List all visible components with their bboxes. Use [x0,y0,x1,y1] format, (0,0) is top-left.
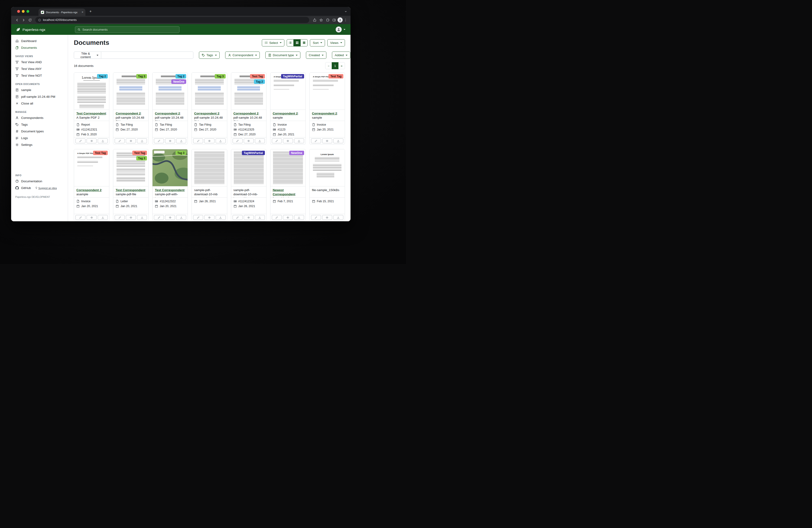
views-button[interactable]: Views [327,39,345,46]
title-content-dropdown[interactable]: Title & content [74,52,101,59]
download-document-button[interactable] [137,215,147,220]
search-input[interactable] [83,28,177,31]
document-thumbnail[interactable]: TagWithPartial [231,149,266,186]
correspondent-link[interactable]: Correspondent 2 [76,188,101,192]
document-name-link[interactable]: A Sample PDF 2 [76,116,100,119]
document-name-link[interactable]: sample [273,116,283,119]
document-name-link[interactable]: pdf-sample 10.24.48 PM [233,116,262,121]
preview-document-button[interactable] [126,215,136,220]
global-search[interactable] [75,26,179,33]
correspondent-link[interactable]: Correspondent 2 [233,112,259,115]
preview-document-button[interactable] [204,215,214,220]
document-thumbnail[interactable] [192,149,227,186]
added-filter-button[interactable]: Added [332,52,350,59]
correspondent-link[interactable]: Correspondent 2 [273,112,298,115]
sidebar-item-tags[interactable]: Tags [11,121,68,128]
preview-document-button[interactable] [165,138,175,143]
preview-document-button[interactable] [126,138,136,143]
download-document-button[interactable] [176,138,186,143]
correspondent-link[interactable]: Test Correspondent [76,112,106,115]
edit-document-button[interactable] [193,215,203,220]
edit-document-button[interactable] [311,215,321,220]
download-document-button[interactable] [176,215,186,220]
tag-chip[interactable]: Test Tag [132,151,147,155]
site-info-icon[interactable] [38,18,41,22]
browser-tab[interactable]: Documents - Paperless-ngx ✕ [39,9,85,16]
edit-document-button[interactable] [233,138,243,143]
document-thumbnail[interactable]: Lorem ipsum [310,149,345,186]
preview-document-button[interactable] [283,138,293,143]
correspondent-link[interactable]: Correspondent 2 [155,112,180,115]
sidebar-item-correspondents[interactable]: Correspondents [11,114,68,121]
download-document-button[interactable] [98,138,108,143]
sidebar-item-document-types[interactable]: Document types [11,128,68,135]
document-thumbnail[interactable]: A Simple PDF File [271,73,305,110]
share-icon[interactable] [311,17,318,23]
detail-view-button[interactable] [301,39,308,46]
reload-button[interactable] [27,17,33,23]
document-name-link[interactable]: pdf-sample 10.24.48 PM [155,116,184,121]
download-document-button[interactable] [333,215,343,220]
document-thumbnail[interactable]: Test Tag Tag 3 [113,149,148,186]
tag-chip[interactable]: Tag 2 [175,74,186,79]
sidebar-item-github[interactable]: GitHub Suggest an idea [11,185,68,191]
minimize-window-button[interactable] [22,10,25,13]
tab-search-chevron-icon[interactable] [344,7,347,16]
browser-profile-avatar[interactable] [337,17,343,23]
sidebar-item-logs[interactable]: Logs [11,135,68,141]
preview-document-button[interactable] [244,215,254,220]
forward-button[interactable] [20,17,27,23]
document-type-filter-button[interactable]: Document type [265,52,300,59]
next-page-button[interactable]: » [338,62,345,69]
correspondent-link[interactable]: Correspondent 2 [312,112,337,115]
tag-chip[interactable]: NewOne [171,80,186,84]
user-avatar[interactable] [336,27,342,32]
download-document-button[interactable] [294,215,304,220]
download-document-button[interactable] [255,138,265,143]
edit-document-button[interactable] [272,138,282,143]
document-name-link[interactable]: pdf-sample 10.24.48 PM [194,116,222,121]
download-document-button[interactable] [255,215,265,220]
preview-document-button[interactable] [87,138,97,143]
download-document-button[interactable] [98,215,108,220]
document-name-link[interactable]: sample-pdf-download-10-mb copy_red [194,188,218,198]
tag-chip[interactable]: Tag 3 [175,151,186,155]
edit-document-button[interactable] [154,215,164,220]
document-name-link[interactable]: asample [76,192,88,196]
back-button[interactable] [14,17,20,23]
edit-document-button[interactable] [193,138,203,143]
select-button[interactable]: Select [262,39,285,46]
app-brand[interactable]: Paperless-ngx [11,27,68,32]
tag-chip[interactable]: Tag 3 [136,156,147,160]
page-1-button[interactable]: 1 [332,62,338,69]
grid-view-button[interactable] [294,39,301,46]
document-thumbnail[interactable]: A Simple PDF File [74,149,109,186]
bookmark-star-icon[interactable] [318,17,324,23]
extensions-puzzle-icon[interactable] [324,17,331,23]
edit-document-button[interactable] [233,215,243,220]
document-thumbnail[interactable]: Tag 3 [153,149,188,186]
document-thumbnail[interactable]: Lorem Ipsum [74,73,109,110]
document-name-link[interactable]: sample [312,116,322,119]
tag-chip[interactable]: TagWithPartial [242,151,265,155]
document-name-link[interactable]: file-sample_150kBs [312,188,339,192]
sidebar-item-close-all[interactable]: ✕ Close all [11,100,68,107]
suggest-idea-link[interactable]: Suggest an idea [35,187,57,189]
sort-button[interactable]: Sort [310,39,325,46]
user-menu[interactable] [336,27,350,32]
tag-chip[interactable]: Test Tag [250,74,265,79]
preview-document-button[interactable] [204,138,214,143]
edit-document-button[interactable] [75,138,85,143]
tag-chip[interactable]: TagWithPartial [281,74,304,79]
tag-chip[interactable]: Tag 2 [254,80,265,84]
sidebar-item-open-doc-sample[interactable]: sample [11,87,68,93]
side-panel-icon[interactable] [331,17,337,23]
tag-chip[interactable]: Test Tag [329,74,343,79]
download-document-button[interactable] [333,138,343,143]
new-tab-button[interactable]: + [88,9,93,14]
document-name-link[interactable]: sample-pdf-file [116,192,136,196]
tag-chip[interactable]: Tag 3 [136,74,147,79]
correspondent-filter-button[interactable]: Correspondent [225,52,260,59]
document-name-link[interactable]: pdf-sample 10.24.48 PM [116,116,144,121]
address-bar[interactable]: localhost:4200/documents [35,17,309,23]
